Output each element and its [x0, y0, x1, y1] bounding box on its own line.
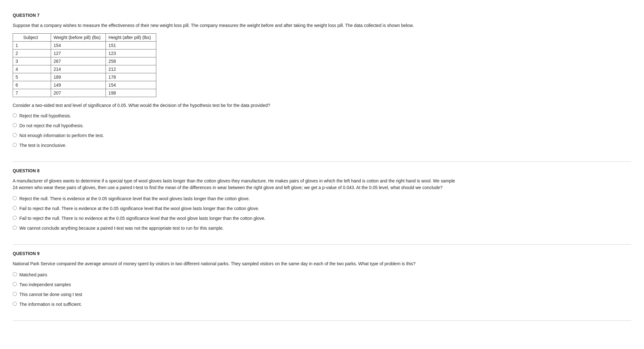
q7-cell-6-0: 7	[13, 89, 51, 97]
q8-option-label-3: We cannot conclude anything because a pa…	[19, 225, 224, 232]
q7-cell-0-2: 151	[106, 42, 156, 49]
q7-cell-6-2: 198	[106, 89, 156, 97]
q7-cell-3-0: 4	[13, 65, 51, 73]
q7-table-row: 6149154	[13, 81, 156, 89]
q7-table-row: 4214212	[13, 65, 156, 73]
q8-option-0[interactable]: Reject the null. There is evidence at th…	[13, 195, 631, 202]
q7-cell-3-1: 214	[51, 65, 106, 73]
q7-cell-6-1: 207	[51, 89, 106, 97]
q7-table-row: 1154151	[13, 42, 156, 49]
q9-intro: National Park Service compared the avera…	[13, 260, 456, 267]
q8-radio-2[interactable]	[13, 216, 17, 220]
q7-col-weight-before: Weight (before pill) (lbs)	[51, 34, 106, 42]
q8-radio-1[interactable]	[13, 206, 17, 210]
q9-radio-2[interactable]	[13, 292, 17, 296]
q7-table-row: 2127123	[13, 49, 156, 57]
q7-options: Reject the null hypothesis.Do not reject…	[13, 113, 631, 149]
q8-options: Reject the null. There is evidence at th…	[13, 195, 631, 232]
q9-option-label-1: Two independent samples	[19, 281, 71, 288]
q7-cell-2-1: 267	[51, 57, 106, 65]
q7-col-height-after: Height (after pill) (lbs)	[106, 34, 156, 42]
q8-option-label-1: Fail to reject the null. There is eviden…	[19, 205, 259, 212]
q9-options: Matched pairsTwo independent samplesThis…	[13, 272, 631, 308]
q7-cell-5-1: 149	[51, 81, 106, 89]
question-9-block: QUESTION 9 National Park Service compare…	[13, 245, 631, 321]
q7-cell-1-2: 123	[106, 49, 156, 57]
q7-option-0[interactable]: Reject the null hypothesis.	[13, 113, 631, 119]
q7-radio-2[interactable]	[13, 133, 17, 137]
q7-cell-4-2: 178	[106, 73, 156, 81]
q7-table-row: 5189178	[13, 73, 156, 81]
q8-option-label-0: Reject the null. There is evidence at th…	[19, 195, 250, 202]
q7-cell-2-0: 3	[13, 57, 51, 65]
q7-cell-3-2: 212	[106, 65, 156, 73]
q7-option-label-0: Reject the null hypothesis.	[19, 113, 71, 119]
q9-option-label-0: Matched pairs	[19, 272, 47, 278]
q7-cell-0-0: 1	[13, 42, 51, 49]
q7-option-label-3: The test is inconclusive.	[19, 142, 67, 149]
q8-intro: A manufacturer of gloves wants to determ…	[13, 178, 456, 191]
q7-title: QUESTION 7	[13, 13, 631, 18]
q7-table-row: 7207198	[13, 89, 156, 97]
q9-option-0[interactable]: Matched pairs	[13, 272, 631, 278]
q8-option-label-2: Fail to reject the null. There is no evi…	[19, 215, 265, 222]
question-7-block: QUESTION 7 Suppose that a company wishes…	[13, 6, 631, 162]
q8-option-1[interactable]: Fail to reject the null. There is eviden…	[13, 205, 631, 212]
q7-option-3[interactable]: The test is inconclusive.	[13, 142, 631, 149]
q8-option-2[interactable]: Fail to reject the null. There is no evi…	[13, 215, 631, 222]
q7-option-1[interactable]: Do not reject the null hypothesis.	[13, 122, 631, 129]
q9-option-1[interactable]: Two independent samples	[13, 281, 631, 288]
q7-intro: Suppose that a company wishes to measure…	[13, 22, 456, 29]
q7-cell-5-0: 6	[13, 81, 51, 89]
q7-table-row: 3267258	[13, 57, 156, 65]
q8-radio-3[interactable]	[13, 226, 17, 230]
q9-title: QUESTION 9	[13, 251, 631, 256]
q7-cell-4-0: 5	[13, 73, 51, 81]
q9-radio-0[interactable]	[13, 272, 17, 276]
page-container: QUESTION 7 Suppose that a company wishes…	[0, 0, 644, 327]
q9-option-label-2: This cannot be done using t test	[19, 291, 82, 298]
q7-cell-2-2: 258	[106, 57, 156, 65]
q8-radio-0[interactable]	[13, 196, 17, 200]
q7-radio-1[interactable]	[13, 123, 17, 127]
q9-radio-3[interactable]	[13, 302, 17, 306]
q9-option-label-3: The information is not sufficient.	[19, 301, 82, 308]
q7-cell-1-1: 127	[51, 49, 106, 57]
q7-option-label-2: Not enough information to perform the te…	[19, 132, 104, 139]
q7-option-2[interactable]: Not enough information to perform the te…	[13, 132, 631, 139]
q7-col-subject: Subject	[13, 34, 51, 42]
q7-cell-4-1: 189	[51, 73, 106, 81]
q7-cell-5-2: 154	[106, 81, 156, 89]
q7-cell-0-1: 154	[51, 42, 106, 49]
q8-title: QUESTION 8	[13, 168, 631, 173]
q8-option-3[interactable]: We cannot conclude anything because a pa…	[13, 225, 631, 232]
q7-radio-0[interactable]	[13, 113, 17, 117]
q7-radio-3[interactable]	[13, 143, 17, 147]
q7-table: Subject Weight (before pill) (lbs) Heigh…	[13, 33, 156, 97]
q7-cell-1-0: 2	[13, 49, 51, 57]
q7-option-label-1: Do not reject the null hypothesis.	[19, 122, 84, 129]
q9-option-3[interactable]: The information is not sufficient.	[13, 301, 631, 308]
question-8-block: QUESTION 8 A manufacturer of gloves want…	[13, 162, 631, 245]
q7-consider-text: Consider a two-sided test and level of s…	[13, 102, 456, 109]
q9-radio-1[interactable]	[13, 282, 17, 286]
q9-option-2[interactable]: This cannot be done using t test	[13, 291, 631, 298]
